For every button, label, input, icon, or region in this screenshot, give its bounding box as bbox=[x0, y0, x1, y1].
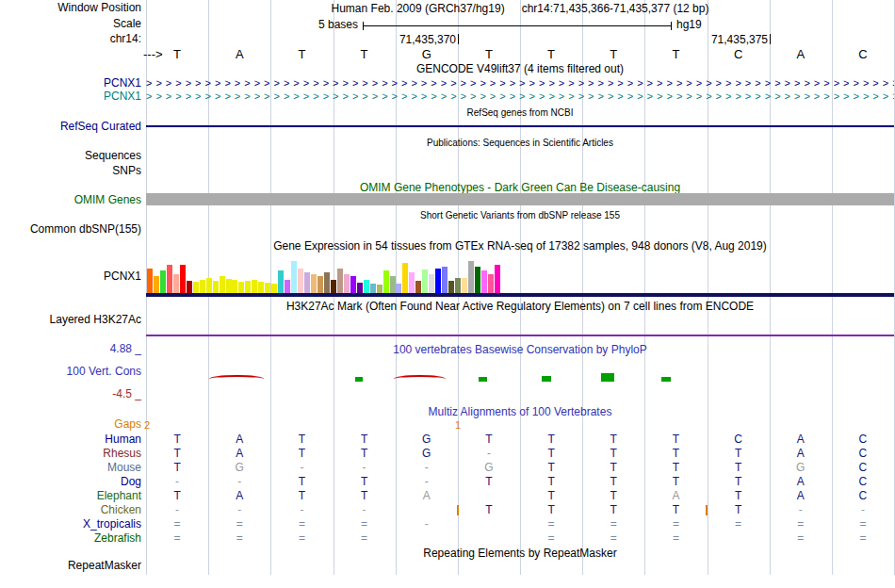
species-label[interactable]: X_tropicalis bbox=[0, 517, 141, 531]
alignment-row-chicken[interactable]: Chicken----TTTTT-- bbox=[0, 503, 895, 517]
alignment-row-x-tropicalis[interactable]: X_tropicalis====-====== bbox=[0, 517, 895, 531]
alignment-base: = bbox=[520, 531, 582, 546]
alignment-base: T bbox=[520, 447, 582, 461]
alignment-base: A bbox=[770, 475, 832, 489]
alignment-base: T bbox=[582, 447, 644, 461]
alignment-base: T bbox=[520, 433, 582, 447]
species-label[interactable]: Chicken bbox=[0, 503, 141, 517]
alignment-base: A bbox=[208, 433, 270, 447]
alignment-base: T bbox=[582, 475, 644, 489]
alignment-base: = bbox=[582, 531, 644, 546]
alignment-base: A bbox=[644, 489, 707, 503]
alignment-row-zebrafish[interactable]: Zebrafish========= bbox=[0, 531, 895, 546]
alignment-base: - bbox=[458, 447, 520, 461]
alignment-row-human[interactable]: HumanTATTGTTTTCAC bbox=[0, 433, 895, 447]
alignment-base: A bbox=[208, 447, 270, 461]
alignment-base: - bbox=[208, 475, 270, 489]
alignment-base: T bbox=[146, 489, 208, 503]
alignment-base: = bbox=[270, 517, 333, 531]
alignment-base: = bbox=[644, 531, 707, 546]
insertion-tick bbox=[457, 505, 459, 515]
alignment-base: - bbox=[334, 461, 396, 475]
alignment-base: C bbox=[708, 433, 770, 447]
alignment-base: = bbox=[146, 517, 208, 531]
alignment-row-rhesus[interactable]: RhesusTATTG-TTTTAC bbox=[0, 447, 895, 461]
alignment-base: T bbox=[146, 447, 208, 461]
alignment-base: G bbox=[396, 447, 458, 461]
alignment-base: A bbox=[770, 447, 832, 461]
alignment-base: T bbox=[644, 447, 707, 461]
alignment-base: T bbox=[582, 503, 644, 517]
alignment-base: T bbox=[582, 433, 644, 447]
alignment-base: - bbox=[270, 461, 333, 475]
alignment-base: C bbox=[832, 475, 894, 489]
alignment-base: T bbox=[582, 489, 644, 503]
species-label[interactable]: Dog bbox=[0, 475, 141, 489]
alignment-base: - bbox=[146, 503, 208, 517]
species-label[interactable]: Elephant bbox=[0, 489, 141, 503]
alignment-base: G bbox=[208, 461, 270, 475]
alignment-base: T bbox=[708, 489, 770, 503]
alignment-base: G bbox=[458, 461, 520, 475]
species-label[interactable]: Mouse bbox=[0, 461, 141, 475]
alignment-row-elephant[interactable]: ElephantTATTATTATAC bbox=[0, 489, 895, 503]
alignment-base: = bbox=[208, 531, 270, 546]
alignment-base: C bbox=[832, 461, 894, 475]
alignment-row-dog[interactable]: Dog--TT-TTTTTAC bbox=[0, 475, 895, 489]
repeatmasker-title: Repeating Elements by RepeatMasker bbox=[146, 547, 894, 560]
alignment-base: T bbox=[334, 489, 396, 503]
alignment-base: T bbox=[270, 433, 333, 447]
species-label[interactable]: Human bbox=[0, 433, 141, 447]
alignment-base: T bbox=[644, 433, 707, 447]
alignment-base: = bbox=[644, 517, 707, 531]
alignment-base: T bbox=[520, 475, 582, 489]
alignment-base: T bbox=[708, 475, 770, 489]
alignment-base: = bbox=[770, 517, 832, 531]
alignment-base: A bbox=[396, 489, 458, 503]
alignment-base: T bbox=[334, 475, 396, 489]
alignment-base: T bbox=[146, 433, 208, 447]
alignment-row-mouse[interactable]: MouseTG---GTTTTGC bbox=[0, 461, 895, 475]
alignment-base: T bbox=[270, 489, 333, 503]
alignment-base: = bbox=[146, 531, 208, 546]
alignment-base: T bbox=[520, 489, 582, 503]
alignment-base: - bbox=[146, 475, 208, 489]
species-label[interactable]: Rhesus bbox=[0, 447, 141, 461]
alignment-base: = bbox=[770, 531, 832, 546]
alignment-base: T bbox=[458, 433, 520, 447]
alignment-base: T bbox=[458, 475, 520, 489]
alignment-base: - bbox=[208, 503, 270, 517]
alignment-base: = bbox=[334, 531, 396, 546]
alignment-base: C bbox=[832, 489, 894, 503]
alignment-base: T bbox=[644, 475, 707, 489]
alignment-base: T bbox=[520, 461, 582, 475]
alignment-base: = bbox=[832, 531, 894, 546]
multiz-rows: HumanTATTGTTTTCACRhesusTATTG-TTTTACMouse… bbox=[0, 0, 895, 588]
repeatmasker-label[interactable]: RepeatMasker bbox=[0, 560, 141, 572]
alignment-base: T bbox=[270, 475, 333, 489]
alignment-base: T bbox=[146, 461, 208, 475]
alignment-base: = bbox=[270, 531, 333, 546]
species-label[interactable]: Zebrafish bbox=[0, 531, 141, 546]
alignment-base: T bbox=[708, 503, 770, 517]
alignment-base: T bbox=[270, 447, 333, 461]
alignment-base: = bbox=[582, 517, 644, 531]
alignment-base: A bbox=[208, 489, 270, 503]
alignment-base: - bbox=[770, 503, 832, 517]
alignment-base: T bbox=[708, 461, 770, 475]
alignment-base: - bbox=[396, 475, 458, 489]
alignment-base: = bbox=[334, 517, 396, 531]
alignment-base: = bbox=[520, 517, 582, 531]
alignment-base: - bbox=[270, 503, 333, 517]
alignment-base: T bbox=[334, 447, 396, 461]
alignment-base: T bbox=[708, 447, 770, 461]
alignment-base: = bbox=[208, 517, 270, 531]
alignment-base: G bbox=[396, 433, 458, 447]
ucsc-genome-browser: Window Position Human Feb. 2009 (GRCh37/… bbox=[0, 0, 895, 588]
alignment-base: - bbox=[396, 461, 458, 475]
alignment-base: A bbox=[770, 433, 832, 447]
alignment-base: A bbox=[770, 489, 832, 503]
alignment-base: - bbox=[334, 503, 396, 517]
alignment-base: T bbox=[644, 461, 707, 475]
alignment-base: C bbox=[832, 433, 894, 447]
